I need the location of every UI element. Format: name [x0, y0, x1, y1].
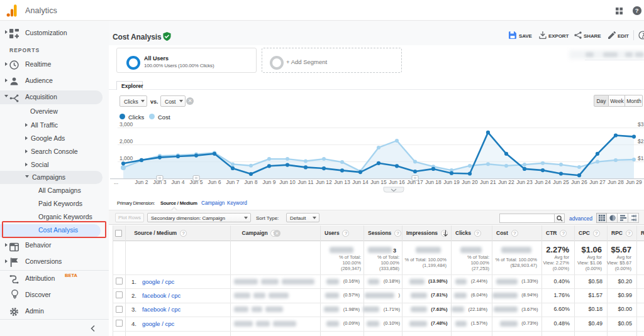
svg-text:Jun 28: Jun 28 — [608, 179, 624, 185]
svg-text:Jun 9: Jun 9 — [263, 179, 276, 185]
svg-text:Jun 15: Jun 15 — [370, 179, 387, 185]
svg-text:$3,000.00: $3,000.00 — [638, 122, 644, 127]
svg-text:Jun 20: Jun 20 — [462, 179, 478, 185]
svg-text:Jun 4: Jun 4 — [172, 179, 185, 185]
svg-text:Jun 22: Jun 22 — [498, 179, 514, 185]
svg-text:Jun 12: Jun 12 — [316, 179, 332, 185]
svg-text:Jun 26: Jun 26 — [571, 179, 587, 185]
svg-text:Jun 14: Jun 14 — [352, 179, 369, 185]
svg-text:Jun 7: Jun 7 — [226, 179, 240, 185]
svg-text:Jun 24: Jun 24 — [535, 179, 551, 185]
svg-text:Jun 6: Jun 6 — [208, 179, 221, 185]
svg-text:$2,000.00: $2,000.00 — [638, 138, 644, 144]
svg-text:1,000: 1,000 — [119, 155, 133, 161]
svg-text:3,000: 3,000 — [119, 122, 133, 127]
svg-text:Jun 29: Jun 29 — [626, 179, 642, 185]
svg-text:Jun 27: Jun 27 — [589, 179, 606, 185]
svg-text:...: ... — [114, 179, 118, 185]
svg-text:Jun 18: Jun 18 — [425, 179, 441, 185]
svg-text:Jun 16: Jun 16 — [389, 179, 405, 185]
svg-text:Jun 8: Jun 8 — [245, 179, 258, 185]
svg-text:Jun 23: Jun 23 — [516, 179, 533, 185]
svg-text:Jun 25: Jun 25 — [553, 179, 569, 185]
svg-text:Jun 2: Jun 2 — [135, 179, 148, 185]
svg-text:Jun 11: Jun 11 — [298, 179, 314, 185]
svg-text:2,000: 2,000 — [119, 138, 133, 144]
svg-text:Jun 19: Jun 19 — [443, 179, 460, 185]
svg-text:Jun 13: Jun 13 — [334, 179, 350, 185]
svg-text:$1,000.00: $1,000.00 — [638, 155, 644, 161]
svg-text:Jun 10: Jun 10 — [279, 179, 296, 185]
svg-text:Jun 21: Jun 21 — [480, 179, 496, 185]
